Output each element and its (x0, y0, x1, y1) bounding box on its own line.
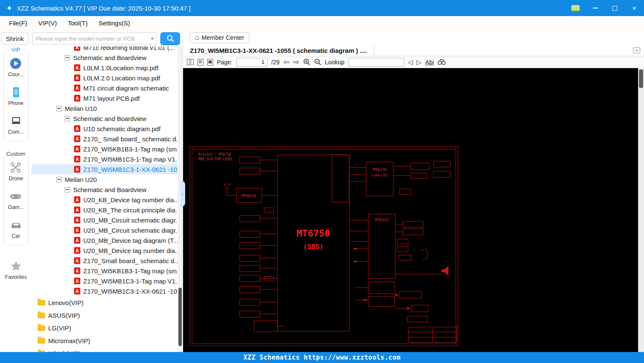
file-tree: M71c reburning tutorial v1.01 (...Schema… (32, 47, 178, 352)
tree-scrollbar-thumb[interactable] (178, 288, 182, 346)
tree-item[interactable]: Z170_Small board_ schematic d... (32, 256, 178, 266)
window-controls: × (571, 4, 638, 12)
minus-icon[interactable] (56, 177, 62, 182)
fit-width-icon[interactable] (207, 59, 213, 66)
car-icon (10, 219, 22, 231)
tree-item[interactable]: Z170_WI5KB1B3-1-Tag map (sm... (32, 266, 178, 276)
find-previous-icon[interactable]: ◁ (408, 59, 413, 65)
tree-item[interactable]: M71c reburning tutorial v1.01 (... (32, 47, 178, 52)
tree-item[interactable]: Z170_WI5MB1C3-1-Tag map V1... (32, 154, 178, 164)
pdf-icon (74, 125, 80, 132)
tree-item[interactable]: M71 circuit diagram schematic (32, 83, 178, 93)
rail-group-vip: VIPCour...PhoneCom... (3, 50, 29, 141)
pdf-icon (74, 288, 80, 294)
menu-vip[interactable]: VIP(V) (36, 18, 59, 28)
minus-icon[interactable] (65, 55, 70, 60)
tree-item[interactable]: XOLO(VIP) (32, 347, 178, 352)
tree-item-label: XOLO(VIP) (48, 350, 80, 352)
zoom-in-icon[interactable] (303, 58, 310, 66)
schematic-label-mt6625l: MT6625L (241, 194, 257, 198)
pdf-viewer[interactable]: Project : MT6750 RBF_SCH TOP LEVEL MT662… (183, 68, 644, 352)
next-page-icon[interactable]: ⇨ (293, 58, 299, 66)
tree-item[interactable]: LG(VIP) (32, 322, 178, 334)
minimize-button[interactable] (592, 4, 599, 12)
tree-item[interactable]: Z170_WI5MB1C3-1-XX-0621 -10... (32, 164, 178, 174)
zoom-out-icon[interactable] (314, 58, 321, 66)
tree-item[interactable]: U10 schematic diagram.pdf (32, 124, 178, 134)
close-document-icon[interactable]: × (633, 47, 640, 53)
tree-item[interactable]: U20_MB_Circuit schematic diagr... (32, 225, 178, 235)
tree-item-label: U20_MB_Circuit schematic diagr... (83, 217, 178, 224)
dropdown-caret-icon[interactable]: ▾ (151, 36, 156, 41)
tree-item[interactable]: Z170_WI5KB1B3-1-Tag map (sm... (32, 144, 178, 154)
find-next-icon[interactable]: ▷ (417, 59, 422, 65)
rail-item-label: Com... (8, 129, 24, 135)
tree-item[interactable]: L0LM.1.0Location map.pdf (32, 63, 178, 73)
member-center-button[interactable]: ⌂ Member Center (189, 32, 249, 43)
schematic-label-mt6353: MT6353 (375, 218, 389, 222)
maximize-button[interactable] (611, 4, 619, 12)
menu-file[interactable]: File(F) (7, 18, 29, 28)
rail-item-drone[interactable]: Drone (8, 161, 23, 182)
document-tab[interactable]: Z170_WI5MB1C3-1-XX-0621 -1055 ( schemati… (183, 45, 374, 56)
tree-item[interactable]: U20_KB_The circuit principle dia... (32, 205, 178, 215)
rail-item-favorites[interactable]: Favorites (5, 260, 27, 280)
tree-item[interactable]: U20_MB_Device tag number dia... (32, 245, 178, 256)
tree-item[interactable]: Z170_WI5MB1C3-1-XX-0621 -10... (32, 286, 178, 296)
lookup-input[interactable] (348, 58, 404, 66)
vip-card-icon[interactable] (571, 5, 580, 11)
match-case-icon[interactable]: Abi (425, 59, 434, 66)
menu-tool[interactable]: Tool(T) (66, 18, 90, 28)
rail-item-phone[interactable]: Phone (8, 86, 23, 106)
pdf-icon (74, 166, 80, 173)
model-search-input[interactable] (33, 36, 151, 42)
tree-item[interactable]: U20_MB_Device tag diagram (T... (32, 235, 178, 245)
search-button[interactable] (160, 32, 180, 45)
fit-page-icon[interactable] (197, 59, 203, 66)
panel-collapse-handle[interactable]: ‹ (180, 181, 185, 206)
tree-item[interactable]: Meilan U20 (32, 174, 178, 184)
tree-item[interactable]: M71 layout PCB.pdf (32, 93, 178, 103)
member-center-label: Member Center (202, 34, 244, 41)
home-icon: ⌂ (195, 34, 199, 41)
close-button[interactable]: × (630, 4, 638, 12)
tree-item[interactable]: Lenovo(VIP) (32, 296, 178, 309)
minus-icon[interactable] (65, 187, 70, 192)
schematic-label-mt6176-sub: (LR6+LT6) (371, 173, 389, 177)
viewer-scrollbar-thumb[interactable] (639, 69, 643, 88)
tree-item[interactable]: U20_MB_Circuit schematic diagr... (32, 215, 178, 225)
minus-icon[interactable] (56, 106, 62, 111)
tree-item[interactable]: L0LM.2.0 Location map.pdf (32, 73, 178, 83)
previous-page-icon[interactable]: ⇦ (283, 58, 289, 66)
tree-item[interactable]: Schematic and Boardview (32, 52, 178, 63)
menu-settings[interactable]: Settings(S) (96, 18, 132, 28)
rail-item-gam[interactable]: Gam... (8, 190, 24, 210)
tree-item[interactable]: ASUS(VIP) (32, 309, 178, 322)
rail-item-cour[interactable]: Cour... (8, 57, 24, 77)
minus-icon[interactable] (65, 116, 70, 121)
binoculars-icon[interactable] (438, 59, 446, 65)
statusbar-text: XZZ Schematics https://www.xzztools.com (244, 354, 401, 361)
rail-group-label: VIP (10, 47, 22, 53)
pdf-icon (74, 135, 80, 142)
two-page-view-icon[interactable] (187, 59, 194, 65)
pdf-icon (74, 247, 80, 254)
viewer-scrollbar[interactable] (638, 68, 644, 352)
tree-item[interactable]: Z170_WI5MB1C3-1-Tag map V1... (32, 276, 178, 286)
page-number-input[interactable] (236, 58, 268, 66)
model-search-combobox[interactable]: ▾ (32, 33, 157, 44)
tree-item[interactable]: Meilan U10 (32, 103, 178, 113)
member-row: ⌂ Member Center (183, 30, 644, 45)
tree-item[interactable]: Schematic and Boardview (32, 113, 178, 124)
folder-icon (38, 351, 45, 352)
menubar: File(F)VIP(V)Tool(T)Settings(S) (0, 16, 644, 30)
rail-item-com[interactable]: Com... (8, 115, 24, 135)
tree-item[interactable]: Z170_ Small board_ schematic d... (32, 134, 178, 144)
tree-item[interactable]: Micromax(VIP) (32, 334, 178, 347)
tree-item-label: Z170_ Small board_ schematic d... (83, 135, 178, 143)
shrink-button[interactable]: Shrink (1, 33, 29, 45)
lookup-label: Lookup (325, 59, 345, 66)
rail-item-car[interactable]: Car (10, 219, 22, 239)
tree-item[interactable]: U20_KB_Device tag number dia... (32, 195, 178, 205)
tree-item[interactable]: Schematic and Boardview (32, 184, 178, 195)
